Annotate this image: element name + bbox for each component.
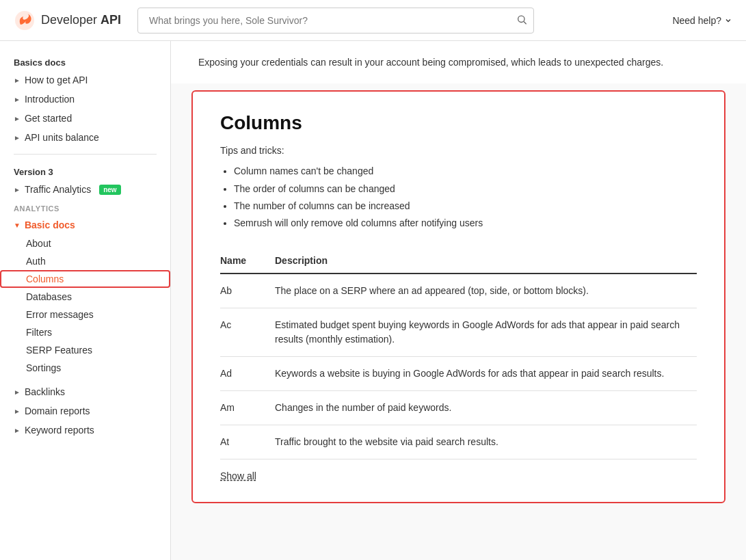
columns-table: Name Description Ab The place on a SERP … xyxy=(220,248,697,459)
table-row: Ab The place on a SERP where an ad appea… xyxy=(220,274,697,308)
list-item: Column names can't be changed xyxy=(234,163,697,180)
highlighted-box: Columns Tips and tricks: Column names ca… xyxy=(191,90,725,503)
table-cell-desc: Estimated budget spent buying keywords i… xyxy=(275,308,697,357)
sidebar-sub-item-auth[interactable]: Auth xyxy=(0,252,170,270)
sidebar-sub-item-error-messages[interactable]: Error messages xyxy=(0,306,170,323)
sidebar-item-how-to-get-api[interactable]: ► How to get API xyxy=(0,70,170,90)
logo[interactable]: Developer API xyxy=(14,10,121,31)
table-cell-name: Am xyxy=(220,391,275,425)
sidebar-item-traffic-analytics[interactable]: ► Traffic Analytics new xyxy=(0,180,170,199)
table-header-row: Name Description xyxy=(220,248,697,274)
sidebar-item-keyword-reports[interactable]: ► Keyword reports xyxy=(0,421,170,440)
layout: Basics docs ► How to get API ► Introduct… xyxy=(0,41,746,560)
top-note: Exposing your credentials can result in … xyxy=(171,41,746,83)
table-row: Am Changes in the number of paid keyword… xyxy=(220,391,697,425)
col-header-name: Name xyxy=(220,248,275,274)
version-label: Version 3 xyxy=(0,161,170,180)
sidebar-sub-item-serp-features[interactable]: SERP Features xyxy=(0,341,170,359)
table-cell-desc: Keywords a website is buying in Google A… xyxy=(275,357,697,391)
table-cell-desc: The place on a SERP where an ad appeared… xyxy=(275,274,697,308)
logo-icon xyxy=(14,10,36,31)
search-button[interactable] xyxy=(516,14,527,27)
main-content: Exposing your credentials can result in … xyxy=(171,41,746,560)
chevron-right-icon: ► xyxy=(14,186,21,194)
chevron-down-icon: ▼ xyxy=(14,222,21,229)
table-row: At Traffic brought to the website via pa… xyxy=(220,425,697,459)
chevron-right-icon: ► xyxy=(14,77,21,84)
svg-point-1 xyxy=(518,16,524,22)
list-item: The order of columns can be changed xyxy=(234,181,697,198)
sidebar-item-domain-reports[interactable]: ► Domain reports xyxy=(0,401,170,421)
logo-text: Developer API xyxy=(41,13,121,27)
sidebar-item-basic-docs[interactable]: ▼ Basic docs xyxy=(0,215,170,235)
sidebar-sub-item-about[interactable]: About xyxy=(0,235,170,252)
list-item: The number of columns can be increased xyxy=(234,198,697,215)
table-cell-name: Ac xyxy=(220,308,275,357)
show-all-link[interactable]: Show all xyxy=(220,470,256,481)
chevron-right-icon: ► xyxy=(14,96,21,103)
table-cell-desc: Changes in the number of paid keywords. xyxy=(275,391,697,425)
sidebar-item-backlinks[interactable]: ► Backlinks xyxy=(0,382,170,401)
sidebar-item-introduction[interactable]: ► Introduction xyxy=(0,90,170,109)
svg-line-2 xyxy=(524,21,527,24)
sidebar-sub-item-columns[interactable]: Columns xyxy=(0,270,170,288)
new-badge: new xyxy=(99,185,120,195)
table-cell-desc: Traffic brought to the website via paid … xyxy=(275,425,697,459)
table-row: Ad Keywords a website is buying in Googl… xyxy=(220,357,697,391)
need-help-button[interactable]: Need help? xyxy=(672,15,732,26)
tips-label: Tips and tricks: xyxy=(220,145,697,156)
search-icon xyxy=(516,14,527,25)
tips-list: Column names can't be changed The order … xyxy=(234,163,697,232)
chevron-right-icon: ► xyxy=(14,427,21,434)
table-cell-name: Ab xyxy=(220,274,275,308)
list-item: Semrush will only remove old columns aft… xyxy=(234,215,697,232)
col-header-description: Description xyxy=(275,248,697,274)
header-right: Need help? xyxy=(672,15,732,26)
chevron-right-icon: ► xyxy=(14,134,21,142)
search-bar xyxy=(137,8,534,34)
basics-section-title: Basics docs xyxy=(0,52,170,70)
sidebar-sub-item-filters[interactable]: Filters xyxy=(0,323,170,341)
table-body: Ab The place on a SERP where an ad appea… xyxy=(220,274,697,459)
table-cell-name: Ad xyxy=(220,357,275,391)
table-head: Name Description xyxy=(220,248,697,274)
page-title: Columns xyxy=(220,112,697,134)
chevron-down-icon xyxy=(724,16,732,25)
sidebar-sub-item-databases[interactable]: Databases xyxy=(0,288,170,306)
chevron-right-icon: ► xyxy=(14,115,21,122)
search-input[interactable] xyxy=(137,8,534,34)
chevron-right-icon: ► xyxy=(14,388,21,396)
sidebar: Basics docs ► How to get API ► Introduct… xyxy=(0,41,171,560)
table-row: Ac Estimated budget spent buying keyword… xyxy=(220,308,697,357)
sidebar-item-get-started[interactable]: ► Get started xyxy=(0,109,170,128)
chevron-right-icon: ► xyxy=(14,408,21,415)
sidebar-sub-item-sortings[interactable]: Sortings xyxy=(0,359,170,377)
header: Developer API Need help? xyxy=(0,0,746,41)
table-cell-name: At xyxy=(220,425,275,459)
analytics-section-title: ANALYTICS xyxy=(0,199,170,215)
sidebar-item-api-units-balance[interactable]: ► API units balance xyxy=(0,128,170,147)
sidebar-divider xyxy=(14,154,157,155)
